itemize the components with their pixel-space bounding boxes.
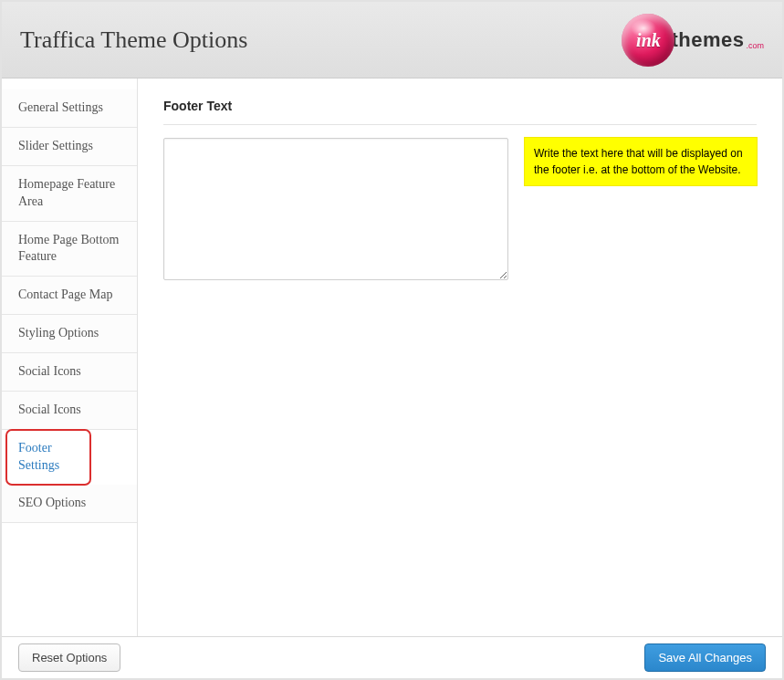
sidebar-item-social-icons-2[interactable]: Social Icons <box>2 392 137 430</box>
logo-badge-icon: ink <box>622 14 674 67</box>
sidebar-item-label: Styling Options <box>18 326 99 340</box>
logo-ink-text: ink <box>622 30 674 51</box>
sidebar-item-seo-options[interactable]: SEO Options <box>2 485 137 523</box>
help-text: Write the text here that will be display… <box>525 138 757 185</box>
sidebar-item-social-icons-1[interactable]: Social Icons <box>2 353 137 392</box>
sidebar: General Settings Slider Settings Homepag… <box>2 78 138 636</box>
sidebar-item-homepage-feature-area[interactable]: Homepage Feature Area <box>2 166 137 222</box>
sidebar-item-label: Footer Settings <box>18 441 59 472</box>
body-area: General Settings Slider Settings Homepag… <box>2 78 782 636</box>
sidebar-item-label: Homepage Feature Area <box>18 177 115 208</box>
sidebar-item-label: Social Icons <box>18 403 81 416</box>
sidebar-item-label: Social Icons <box>18 364 81 378</box>
logo-themes-text: themes <box>671 28 744 52</box>
field-row: Write the text here that will be display… <box>163 138 757 280</box>
logo: ink themes .com <box>622 14 764 67</box>
sidebar-item-slider-settings[interactable]: Slider Settings <box>2 128 137 166</box>
sidebar-item-home-page-bottom-feature[interactable]: Home Page Bottom Feature <box>2 222 137 277</box>
reset-options-button[interactable]: Reset Options <box>18 643 120 672</box>
header: Traffica Theme Options ink themes .com <box>2 2 782 78</box>
sidebar-item-contact-page-map[interactable]: Contact Page Map <box>2 277 137 315</box>
save-all-changes-button[interactable]: Save All Changes <box>644 643 766 672</box>
page-title: Traffica Theme Options <box>20 26 247 54</box>
footer-bar: Reset Options Save All Changes <box>2 636 782 678</box>
section-title: Footer Text <box>163 99 757 125</box>
sidebar-item-styling-options[interactable]: Styling Options <box>2 315 137 353</box>
sidebar-item-general-settings[interactable]: General Settings <box>2 89 137 128</box>
main-panel: Footer Text Write the text here that wil… <box>138 78 782 636</box>
sidebar-item-label: Slider Settings <box>18 139 93 152</box>
sidebar-item-footer-settings[interactable]: Footer Settings <box>5 429 91 486</box>
sidebar-item-label: Contact Page Map <box>18 288 112 301</box>
sidebar-item-label: SEO Options <box>18 496 86 509</box>
sidebar-item-label: Home Page Bottom Feature <box>18 233 119 264</box>
logo-dotcom-text: .com <box>746 41 764 50</box>
sidebar-item-label: General Settings <box>18 100 103 114</box>
footer-text-input[interactable] <box>163 138 508 280</box>
